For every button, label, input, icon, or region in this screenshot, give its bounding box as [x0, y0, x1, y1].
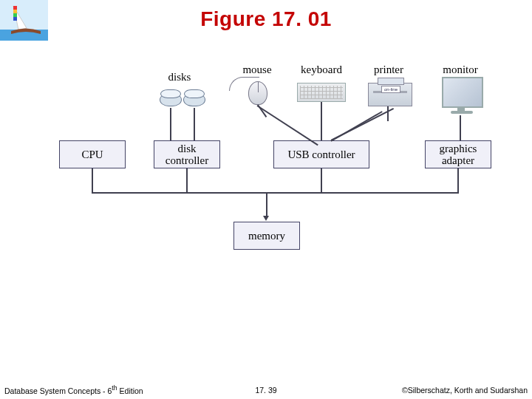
printer-online-badge: on-line [381, 86, 400, 93]
connector [460, 115, 461, 140]
monitor-icon [442, 77, 483, 108]
mouse-icon [248, 81, 267, 105]
connector [266, 194, 267, 217]
box-graphics-adapter: graphics adapter [425, 140, 491, 168]
figure-title: Figure 17. 01 [0, 7, 532, 31]
connector [331, 108, 395, 141]
connector [194, 108, 195, 140]
connector [457, 168, 459, 192]
connector [256, 105, 318, 146]
arrow-down-icon [263, 216, 269, 221]
connector [170, 108, 171, 140]
label-monitor: monitor [434, 64, 486, 76]
connector [186, 168, 188, 192]
box-cpu: CPU [59, 140, 126, 168]
connector [321, 102, 322, 140]
label-printer: printer [366, 64, 411, 76]
label-mouse: mouse [235, 64, 279, 76]
footer-copyright: ©Silberschatz, Korth and Sudarshan [402, 386, 528, 395]
system-bus [92, 192, 459, 194]
label-keyboard: keyboard [292, 64, 351, 76]
monitor-base [451, 111, 473, 114]
printer-icon: on-line [368, 83, 412, 106]
label-disks: disks [161, 71, 198, 83]
connector [387, 106, 389, 121]
box-disk-controller: disk controller [154, 140, 220, 168]
connector [321, 168, 322, 192]
keyboard-icon [297, 83, 346, 102]
box-memory: memory [233, 222, 300, 250]
box-usb-controller: USB controller [273, 140, 369, 168]
disk-icon [183, 93, 205, 106]
disk-icon [160, 93, 182, 106]
connector [92, 168, 93, 192]
